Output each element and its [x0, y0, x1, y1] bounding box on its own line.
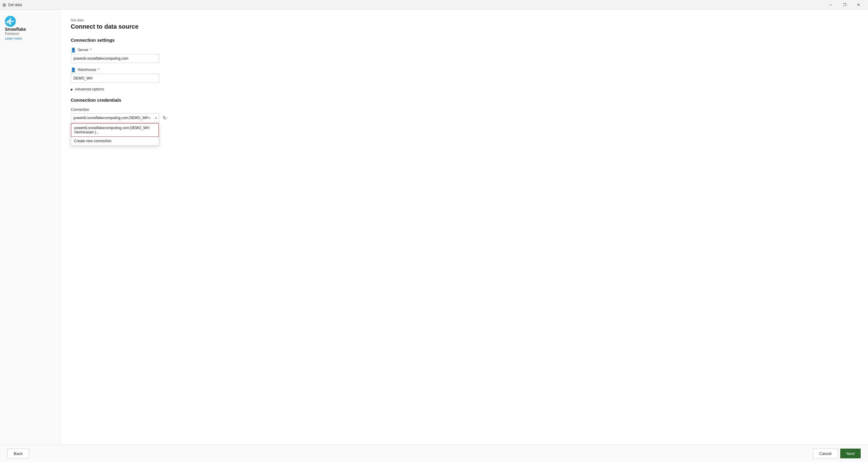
title-bar-title-area: ⊞ Get data	[2, 2, 22, 7]
advanced-options-label: Advanced options	[75, 87, 104, 91]
content-area: Get data Connect to data source Connecti…	[61, 10, 868, 444]
warehouse-required: *	[98, 68, 100, 72]
server-label-row: 👤 Server *	[71, 47, 858, 53]
page-title: Connect to data source	[71, 23, 858, 30]
server-required: *	[90, 48, 92, 52]
back-button[interactable]: Back	[7, 449, 29, 458]
warehouse-field-group: 👤 Warehouse *	[71, 67, 858, 83]
credentials-title: Connection credentials	[71, 97, 858, 103]
connection-dropdown-input[interactable]	[71, 113, 159, 123]
connection-dropdown-wrapper: ▾ powerbi.snowflakecomputing.com;DEMO_WH…	[71, 113, 858, 123]
main-layout: Snowflake Database Learn more Get data C…	[0, 10, 868, 444]
connection-field-label: Connection	[71, 107, 858, 112]
minimize-button[interactable]: ─	[824, 0, 838, 10]
server-field-group: 👤 Server *	[71, 47, 858, 63]
app-icon: ⊞	[2, 2, 6, 7]
warehouse-icon: 👤	[71, 67, 76, 72]
connection-dropdown-container: ▾ powerbi.snowflakecomputing.com;DEMO_WH…	[71, 113, 159, 123]
credentials-section: Connection credentials Connection ▾ powe…	[71, 97, 858, 123]
learn-more-link[interactable]: Learn more	[5, 37, 22, 40]
next-button[interactable]: Next	[840, 449, 861, 458]
chevron-right-icon: ▶	[71, 88, 73, 91]
footer: Back Cancel Next	[0, 444, 868, 462]
warehouse-label: Warehouse	[78, 68, 96, 72]
connection-settings-title: Connection settings	[71, 37, 858, 43]
page-subtitle: Get data	[71, 18, 858, 22]
warehouse-input[interactable]	[71, 74, 159, 83]
close-button[interactable]: ✕	[851, 0, 866, 10]
connection-dropdown-menu: powerbi.snowflakecomputing.com;DEMO_WH n…	[71, 123, 159, 145]
dropdown-option-existing[interactable]: powerbi.snowflakecomputing.com;DEMO_WH n…	[71, 123, 159, 137]
footer-left: Back	[7, 449, 29, 458]
window-controls: ─ ❐ ✕	[824, 0, 866, 10]
refresh-button[interactable]: ↻	[161, 114, 168, 122]
connector-info: Snowflake Database Learn more	[5, 16, 56, 40]
restore-button[interactable]: ❐	[838, 0, 851, 10]
server-label: Server	[78, 48, 88, 52]
title-bar: ⊞ Get data ─ ❐ ✕	[0, 0, 868, 10]
dropdown-option-new[interactable]: Create new connection	[71, 137, 159, 145]
server-input[interactable]	[71, 54, 159, 63]
sidebar: Snowflake Database Learn more	[0, 10, 61, 444]
dropdown-display: ▾	[71, 113, 159, 123]
connector-type: Database	[5, 32, 19, 35]
snowflake-connector-icon	[5, 16, 16, 27]
cancel-button[interactable]: Cancel	[813, 449, 838, 458]
server-icon: 👤	[71, 47, 76, 53]
warehouse-label-row: 👤 Warehouse *	[71, 67, 858, 72]
advanced-options-toggle[interactable]: ▶ Advanced options	[71, 87, 858, 91]
connector-name: Snowflake	[5, 27, 26, 32]
title-bar-text: Get data	[8, 3, 22, 7]
footer-right: Cancel Next	[813, 449, 861, 458]
